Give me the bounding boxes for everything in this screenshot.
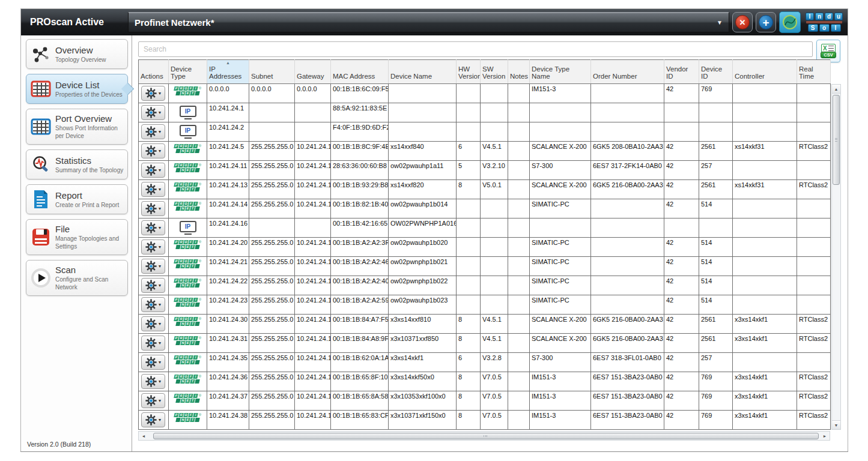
sidebar-item-device-list[interactable]: Device ListProperties of the Devices [26, 74, 128, 104]
sidebar-item-report[interactable]: ReportCreate or Print a Report [26, 184, 128, 214]
cell-device-type: PROFI®NET [169, 353, 207, 372]
scroll-up-arrow[interactable]: ▲ [832, 85, 840, 94]
cell-type_name: S7-300 [530, 353, 591, 372]
cell-hw [457, 199, 481, 218]
cell-subnet: 255.255.255.0 [249, 161, 295, 180]
cell-sw: V7.0.5 [481, 372, 508, 391]
row-actions-button[interactable]: ▾ [141, 259, 165, 274]
row-actions-button[interactable]: ▾ [141, 182, 165, 197]
column-header-sw-version[interactable]: SW Version [481, 60, 508, 84]
table-row: ▾PROFI®NET0.0.0.00.0.0.00.0.0.000:1B:1B:… [139, 84, 831, 103]
row-actions-button[interactable]: ▾ [141, 393, 165, 408]
row-actions-button[interactable]: ▾ [141, 316, 165, 331]
search-input[interactable] [138, 41, 813, 57]
column-header-ip-addresses[interactable]: ▲IP Addresses [207, 60, 249, 84]
row-actions-button[interactable]: ▾ [141, 220, 165, 235]
cell-controller: x3xs14xkf1 [733, 391, 797, 411]
scroll-left-arrow[interactable]: ◄ [139, 432, 148, 440]
ip-device-icon: IP [180, 125, 196, 139]
column-header-device-id[interactable]: Device ID [699, 60, 733, 84]
cell-notes [508, 122, 530, 142]
scroll-right-arrow[interactable]: ► [820, 432, 830, 440]
column-header-controller[interactable]: Controller [733, 60, 797, 84]
cell-device-type: PROFI®NET [169, 238, 207, 257]
row-actions-button[interactable]: ▾ [141, 86, 165, 101]
column-header-mac-address[interactable]: MAC Address [331, 60, 389, 84]
vertical-scroll-thumb[interactable] [833, 95, 840, 185]
row-actions-button[interactable]: ▾ [141, 105, 165, 120]
row-actions-button[interactable]: ▾ [141, 240, 165, 255]
row-actions-button[interactable]: ▾ [141, 124, 165, 139]
column-header-vendor-id[interactable]: Vendor ID [664, 60, 699, 84]
cell-gateway: 10.241.24.1 [295, 411, 331, 430]
profinet-device-icon: PROFI®NET [174, 163, 201, 172]
cell-gateway [295, 103, 331, 122]
table-row: ▾PROFI®NET10.241.24.30255.255.255.010.24… [139, 315, 831, 334]
horizontal-scroll-thumb[interactable] [153, 433, 819, 439]
sidebar-item-file[interactable]: FileManage Topologies and Settings [26, 219, 128, 255]
chevron-down-icon: ▾ [159, 303, 161, 307]
column-header-actions[interactable]: Actions [139, 60, 169, 84]
sidebar-item-port-overview[interactable]: Port OverviewShows Port Information per … [26, 109, 128, 145]
row-actions-button[interactable]: ▾ [141, 297, 165, 312]
scroll-down-arrow[interactable]: ▼ [832, 420, 840, 429]
cell-device_id: 2561 [699, 142, 733, 161]
chevron-down-icon[interactable]: ▼ [717, 19, 723, 26]
cell-order: 6ES7 318-3FL01-0AB0 [591, 353, 664, 372]
row-actions-button[interactable]: ▾ [141, 412, 165, 427]
excel-x-glyph: X [823, 46, 827, 52]
row-actions-button[interactable]: ▾ [141, 278, 165, 293]
row-actions-button[interactable]: ▾ [141, 336, 165, 351]
column-header-gateway[interactable]: Gateway [295, 60, 331, 84]
row-actions-button[interactable]: ▾ [141, 163, 165, 178]
cell-mac: 00:1B:1B:A2:A2:40 [331, 276, 389, 295]
cell-realtime [797, 257, 831, 276]
cell-device-type: PROFI®NET [169, 315, 207, 334]
column-header-device-name[interactable]: Device Name [389, 60, 457, 84]
cell-notes [508, 334, 530, 353]
cell-vendor: 42 [664, 372, 699, 391]
vertical-scrollbar[interactable]: ▲ ▼ [831, 84, 841, 430]
cell-notes [508, 353, 530, 372]
row-actions-button[interactable]: ▾ [141, 355, 165, 370]
cell-device-type: PROFI®NET [169, 142, 207, 161]
device-table-area: ActionsDevice Type▲IP AddressesSubnetGat… [138, 59, 842, 430]
column-header-device-type-name[interactable]: Device Type Name [530, 60, 591, 84]
column-header-device-type[interactable]: Device Type [169, 60, 207, 84]
cell-name: xs14xxf840 [389, 142, 457, 161]
cell-sw: V3.2.8 [481, 353, 508, 372]
cell-ip: 10.241.24.13 [207, 180, 249, 199]
cell-mac: 00:1B:1B:42:16:65 [331, 218, 389, 238]
cell-subnet: 0.0.0.0 [249, 84, 295, 103]
cell-device-type: IP [169, 103, 207, 122]
row-actions-button[interactable]: ▾ [141, 201, 165, 216]
column-header-subnet[interactable]: Subnet [249, 60, 295, 84]
gear-icon [145, 222, 157, 234]
cell-realtime [797, 199, 831, 218]
close-topology-button[interactable]: ✕ [732, 12, 753, 32]
scan-icon [29, 268, 52, 288]
row-actions-button[interactable]: ▾ [141, 143, 165, 158]
sidebar-item-statistics[interactable]: StatisticsSummary of the Topology [26, 149, 128, 179]
column-header-real-time[interactable]: Real Time [797, 60, 831, 84]
topology-selector[interactable]: Profinet Netzwerk* ▼ [128, 12, 729, 32]
column-header-order-number[interactable]: Order Number [591, 60, 664, 84]
horizontal-scrollbar[interactable]: ◄ ► [138, 431, 830, 441]
cell-sw: V5.0.1 [481, 180, 508, 199]
table-row: ▾PROFI®NET10.241.24.36255.255.255.010.24… [139, 372, 831, 391]
cell-notes [508, 276, 530, 295]
row-actions-button[interactable]: ▾ [141, 374, 165, 389]
cell-hw: 8 [457, 315, 481, 334]
cell-subnet [249, 122, 295, 142]
cell-notes [508, 103, 530, 122]
column-header-notes[interactable]: Notes [508, 60, 530, 84]
cell-type_name [530, 103, 591, 122]
indusol-letter-tile: o [819, 24, 830, 32]
sidebar-item-overview[interactable]: OverviewTopology Overview [26, 39, 128, 69]
add-topology-button[interactable]: + [756, 12, 776, 32]
cell-gateway: 10.241.24.1 [295, 295, 331, 315]
cell-device-type: PROFI®NET [169, 161, 207, 180]
cell-name [389, 103, 457, 122]
sidebar-item-scan[interactable]: ScanConfigure and Scan Network [26, 260, 128, 296]
column-header-hw-version[interactable]: HW Version [457, 60, 481, 84]
